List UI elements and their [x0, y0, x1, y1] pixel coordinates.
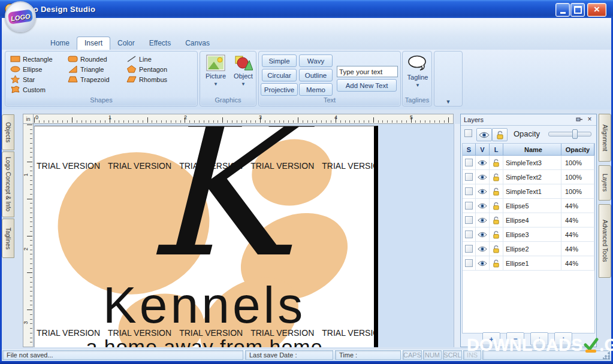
- lock-icon[interactable]: [493, 259, 500, 268]
- layer-row[interactable]: Ellipse2 44%: [463, 242, 594, 256]
- insert-trapezoid[interactable]: Trapezoid: [68, 75, 110, 84]
- lock-icon[interactable]: [493, 159, 500, 167]
- layer-row[interactable]: Ellipse4 44%: [463, 213, 594, 228]
- pin-icon[interactable]: [576, 116, 583, 123]
- shapes-group-label: Shapes: [6, 96, 197, 105]
- layer-name[interactable]: SimpleText3: [503, 156, 561, 170]
- logo-name-text[interactable]: Kennels: [61, 275, 348, 335]
- canvas-page[interactable]: TRIAL VERSIONTRIAL VERSIONTRIAL VERSIONT…: [34, 126, 378, 347]
- layer-opacity: 44%: [561, 256, 594, 271]
- canvas-scrollbar[interactable]: [454, 124, 460, 347]
- layer-name[interactable]: Ellipse5: [503, 199, 561, 213]
- lock-icon[interactable]: [493, 245, 500, 253]
- sidebar-tab-taglines[interactable]: Taglines: [2, 219, 14, 258]
- text-outline-button[interactable]: Outline: [299, 69, 333, 81]
- layer-row[interactable]: Ellipse3 44%: [463, 228, 594, 242]
- text-circular-button[interactable]: Circular: [262, 69, 297, 81]
- panel-tab-layers[interactable]: Layers: [599, 165, 611, 201]
- eye-icon[interactable]: [478, 246, 487, 252]
- layers-panel-header: Layers ×: [461, 114, 596, 126]
- visibility-toggle-button[interactable]: [476, 128, 492, 141]
- layer-name[interactable]: Ellipse2: [503, 242, 561, 256]
- eye-icon[interactable]: [478, 260, 487, 266]
- sidebar-tab-logo-concept[interactable]: Logo Concept & Info: [2, 151, 14, 217]
- layer-name[interactable]: SimpleText1: [503, 184, 561, 199]
- layer-row[interactable]: Ellipse1 44%: [463, 256, 594, 271]
- text-simple-button[interactable]: Simple: [262, 54, 297, 67]
- close-button[interactable]: [587, 3, 606, 17]
- layer-name[interactable]: Ellipse4: [503, 213, 561, 228]
- tab-canvas[interactable]: Canvas: [178, 37, 217, 50]
- text-memo-button[interactable]: Memo: [299, 83, 333, 96]
- eye-icon[interactable]: [478, 217, 487, 223]
- sidebar-tab-objects[interactable]: Objects: [2, 114, 14, 150]
- layer-name[interactable]: Ellipse3: [503, 228, 561, 242]
- ribbon-tab-row: Home Insert Color Effects Canvas: [2, 36, 611, 50]
- layer-name[interactable]: Ellipse1: [503, 256, 561, 271]
- eye-icon[interactable]: [478, 160, 487, 166]
- lock-toggle-button[interactable]: [492, 128, 508, 141]
- maximize-button[interactable]: [570, 3, 585, 17]
- text-projective-button[interactable]: Projective: [261, 83, 298, 96]
- insert-rounded[interactable]: Rounded: [68, 54, 107, 63]
- insert-line[interactable]: Line: [126, 54, 152, 63]
- text-wavy-button[interactable]: Wavy: [299, 54, 333, 67]
- layer-select-checkbox[interactable]: [465, 159, 473, 166]
- opacity-slider[interactable]: [548, 132, 591, 136]
- insert-triangle[interactable]: Triangle: [68, 65, 104, 74]
- panel-close-icon[interactable]: ×: [586, 115, 593, 123]
- tagline-button[interactable]: Tagline ▼: [406, 54, 430, 98]
- insert-picture-button[interactable]: Picture ▼: [204, 54, 228, 98]
- insert-pentagon[interactable]: Pentagon: [126, 65, 167, 74]
- lock-icon[interactable]: [493, 230, 500, 239]
- layer-name[interactable]: SimpleText2: [503, 170, 561, 184]
- layer-select-checkbox[interactable]: [465, 259, 473, 267]
- star-shape-icon: [10, 75, 20, 83]
- lock-icon[interactable]: [493, 202, 500, 210]
- layer-row[interactable]: SimpleText3 100%: [463, 156, 594, 170]
- logo-letter-text[interactable]: K: [123, 126, 309, 284]
- tab-effects[interactable]: Effects: [142, 37, 178, 50]
- eye-icon[interactable]: [478, 203, 487, 209]
- eye-icon[interactable]: [478, 232, 487, 238]
- layer-opacity: 44%: [561, 213, 594, 228]
- tab-color[interactable]: Color: [110, 37, 142, 50]
- insert-rectangle[interactable]: Rectangle: [10, 54, 53, 63]
- canvas-viewport[interactable]: TRIAL VERSIONTRIAL VERSIONTRIAL VERSIONT…: [34, 124, 460, 347]
- insert-custom[interactable]: Custom: [10, 85, 46, 94]
- ribbon-overflow-group[interactable]: ▼: [434, 51, 463, 107]
- insert-rhombus[interactable]: Rhombus: [126, 75, 167, 84]
- layer-select-checkbox[interactable]: [465, 202, 473, 210]
- add-new-text-button[interactable]: Add New Text: [337, 79, 397, 92]
- layer-select-checkbox[interactable]: [465, 187, 473, 195]
- lock-icon[interactable]: [493, 173, 500, 181]
- insert-object-button[interactable]: Object ▼: [231, 54, 255, 98]
- eye-icon[interactable]: [478, 189, 487, 195]
- eye-icon[interactable]: [478, 174, 487, 180]
- layer-row[interactable]: SimpleText2 100%: [463, 170, 594, 184]
- select-all-checkbox[interactable]: [464, 129, 472, 137]
- layer-select-checkbox[interactable]: [465, 230, 473, 238]
- lock-icon[interactable]: [493, 216, 500, 225]
- opacity-slider-thumb[interactable]: [572, 129, 578, 139]
- panel-tab-advanced-tools[interactable]: Advanced Tools: [599, 204, 611, 278]
- layer-select-checkbox[interactable]: [465, 245, 473, 253]
- layers-table: S V L Name Opacity SimpleText3 100%: [462, 143, 595, 333]
- layer-select-checkbox[interactable]: [465, 216, 473, 224]
- logo-tagline-text[interactable]: a home away from home: [61, 335, 348, 347]
- panel-tab-alignment[interactable]: Alignment: [599, 114, 611, 162]
- layer-select-checkbox[interactable]: [465, 173, 473, 181]
- tab-home[interactable]: Home: [43, 37, 77, 50]
- layer-row[interactable]: SimpleText1 100%: [463, 184, 594, 199]
- text-entry-input[interactable]: [337, 66, 398, 77]
- insert-ellipse[interactable]: Ellipse: [10, 65, 42, 74]
- tab-insert[interactable]: Insert: [77, 37, 110, 50]
- layer-row[interactable]: Ellipse5 44%: [463, 199, 594, 213]
- taglines-group: Tagline ▼ Taglines: [402, 51, 432, 107]
- lock-icon[interactable]: [493, 187, 500, 196]
- quick-toolbar: ?: [2, 18, 611, 36]
- rhombus-shape-icon: [126, 75, 137, 83]
- insert-star[interactable]: Star: [10, 75, 35, 84]
- minimize-button[interactable]: [555, 3, 570, 17]
- app-logo-button[interactable]: LOGO: [5, 1, 36, 32]
